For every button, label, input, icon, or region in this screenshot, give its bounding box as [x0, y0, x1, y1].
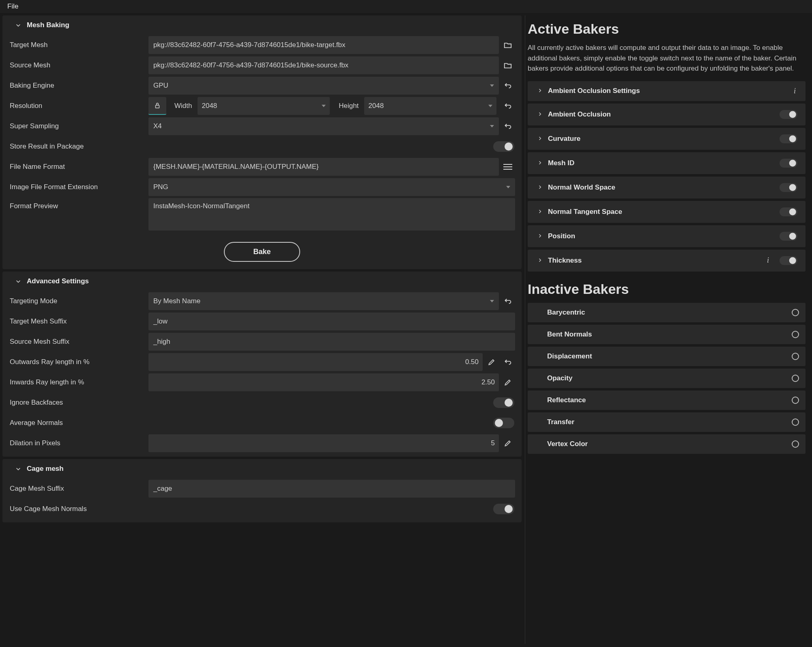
chevron-down-icon	[488, 105, 492, 107]
baker-toggle[interactable]	[780, 183, 797, 192]
file-name-format-field[interactable]: {MESH.NAME}-{MATERIAL.NAME}-{OUTPUT.NAME…	[148, 158, 499, 176]
source-mesh-label: Source Mesh	[8, 61, 146, 69]
outwards-label: Outwards Ray length in %	[8, 358, 146, 366]
baker-item-ao-settings[interactable]: Ambient Occlusion Settings i	[528, 81, 806, 101]
advanced-title: Advanced Settings	[27, 277, 89, 285]
chevron-down-icon	[490, 84, 494, 87]
store-result-label: Store Result in Package	[8, 142, 146, 151]
image-format-dropdown[interactable]: PNG	[148, 178, 515, 196]
active-bakers-title: Active Bakers	[528, 17, 806, 43]
baker-toggle[interactable]	[780, 231, 797, 240]
baker-item-thickness[interactable]: Thickness i	[528, 250, 806, 272]
baker-item-bent-normals[interactable]: Bent Normals	[528, 325, 806, 344]
baker-item-curvature[interactable]: Curvature	[528, 128, 806, 150]
reset-icon[interactable]	[501, 294, 515, 308]
super-sampling-dropdown[interactable]: X4	[148, 117, 499, 135]
baker-radio[interactable]	[792, 440, 799, 448]
ignore-backfaces-label: Ignore Backfaces	[8, 399, 146, 407]
chevron-down-icon	[322, 105, 326, 107]
source-mesh-field[interactable]: pkg://83c62482-60f7-4756-a439-7d8746015d…	[148, 56, 499, 74]
ignore-backfaces-toggle[interactable]	[493, 397, 514, 408]
baker-item-normal-world[interactable]: Normal World Space	[528, 177, 806, 198]
mesh-baking-header[interactable]: Mesh Baking	[2, 15, 522, 35]
baker-toggle[interactable]	[780, 110, 797, 119]
cage-suffix-field[interactable]: _cage	[148, 480, 515, 498]
file-name-format-label: File Name Format	[8, 163, 146, 171]
targeting-mode-label: Targeting Mode	[8, 297, 146, 305]
baking-engine-label: Baking Engine	[8, 82, 146, 90]
dilation-label: Dilation in Pixels	[8, 439, 146, 447]
chevron-right-icon	[537, 110, 542, 119]
baker-item-transfer[interactable]: Transfer	[528, 412, 806, 432]
cage-suffix-label: Cage Mesh Suffix	[8, 485, 146, 493]
chevron-down-icon	[490, 125, 494, 127]
lock-icon[interactable]	[148, 97, 166, 115]
baker-toggle[interactable]	[780, 256, 797, 265]
folder-icon[interactable]	[501, 38, 515, 52]
baking-engine-dropdown[interactable]: GPU	[148, 77, 499, 95]
inactive-bakers-list: Barycentric Bent Normals Displacement Op…	[528, 303, 806, 454]
info-icon[interactable]: i	[764, 256, 772, 265]
store-result-toggle[interactable]	[493, 141, 514, 152]
baker-item-normal-tangent[interactable]: Normal Tangent Space	[528, 201, 806, 223]
outwards-field[interactable]: 0.50	[148, 353, 483, 371]
resolution-label: Resolution	[8, 102, 146, 110]
baker-radio[interactable]	[792, 418, 799, 426]
folder-icon[interactable]	[501, 58, 515, 73]
reset-icon[interactable]	[501, 355, 515, 369]
pencil-icon[interactable]	[501, 375, 515, 390]
height-label: Height	[332, 102, 364, 110]
baker-item-vertex-color[interactable]: Vertex Color	[528, 434, 806, 454]
baker-radio[interactable]	[792, 331, 799, 338]
use-cage-normals-toggle[interactable]	[493, 504, 514, 514]
inwards-label: Inwards Ray length in %	[8, 378, 146, 386]
chevron-right-icon	[537, 208, 542, 216]
baker-radio[interactable]	[792, 397, 799, 404]
baker-toggle[interactable]	[780, 158, 797, 167]
baker-item-barycentric[interactable]: Barycentric	[528, 303, 806, 322]
use-cage-normals-label: Use Cage Mesh Normals	[8, 505, 146, 513]
avg-normals-toggle[interactable]	[493, 418, 514, 428]
advanced-header[interactable]: Advanced Settings	[2, 272, 522, 291]
pencil-icon[interactable]	[501, 436, 515, 451]
reset-icon[interactable]	[501, 119, 515, 134]
target-mesh-field[interactable]: pkg://83c62482-60f7-4756-a439-7d8746015d…	[148, 36, 499, 54]
super-sampling-label: Super Sampling	[8, 122, 146, 130]
cage-header[interactable]: Cage mesh	[2, 459, 522, 479]
hamburger-icon[interactable]	[501, 160, 515, 174]
baker-radio[interactable]	[792, 353, 799, 360]
targeting-mode-dropdown[interactable]: By Mesh Name	[148, 292, 499, 310]
baker-item-displacement[interactable]: Displacement	[528, 347, 806, 366]
baker-item-mesh-id[interactable]: Mesh ID	[528, 152, 806, 174]
avg-normals-label: Average Normals	[8, 419, 146, 427]
width-dropdown[interactable]: 2048	[198, 97, 330, 115]
menu-file[interactable]: File	[7, 2, 18, 10]
baker-item-reflectance[interactable]: Reflectance	[528, 390, 806, 410]
baker-toggle[interactable]	[780, 134, 797, 143]
mesh-baking-panel: Mesh Baking Target Mesh pkg://83c62482-6…	[2, 15, 522, 269]
baker-radio[interactable]	[792, 309, 799, 316]
mesh-baking-title: Mesh Baking	[27, 21, 69, 29]
source-suffix-field[interactable]: _high	[148, 333, 515, 351]
height-dropdown[interactable]: 2048	[364, 97, 496, 115]
inwards-field[interactable]: 2.50	[148, 373, 499, 391]
reset-icon[interactable]	[501, 99, 515, 113]
format-preview-field: InstaMesh-Icon-NormalTangent	[148, 198, 515, 231]
chevron-down-icon	[15, 22, 21, 28]
chevron-right-icon	[537, 183, 542, 192]
baker-radio[interactable]	[792, 375, 799, 382]
svg-rect-0	[156, 105, 159, 108]
dilation-field[interactable]: 5	[148, 434, 499, 452]
cage-mesh-panel: Cage mesh Cage Mesh Suffix _cage Use Cag…	[2, 459, 522, 522]
inactive-bakers-title: Inactive Bakers	[528, 272, 806, 303]
bake-button[interactable]: Bake	[224, 242, 300, 262]
active-bakers-desc: All currently active bakers will compute…	[528, 43, 806, 81]
baker-item-opacity[interactable]: Opacity	[528, 369, 806, 388]
pencil-icon[interactable]	[484, 355, 499, 369]
baker-toggle[interactable]	[780, 207, 797, 216]
reset-icon[interactable]	[501, 78, 515, 93]
baker-item-ambient-occlusion[interactable]: Ambient Occlusion	[528, 104, 806, 125]
info-icon[interactable]: i	[791, 87, 799, 95]
baker-item-position[interactable]: Position	[528, 225, 806, 247]
target-suffix-field[interactable]: _low	[148, 313, 515, 330]
